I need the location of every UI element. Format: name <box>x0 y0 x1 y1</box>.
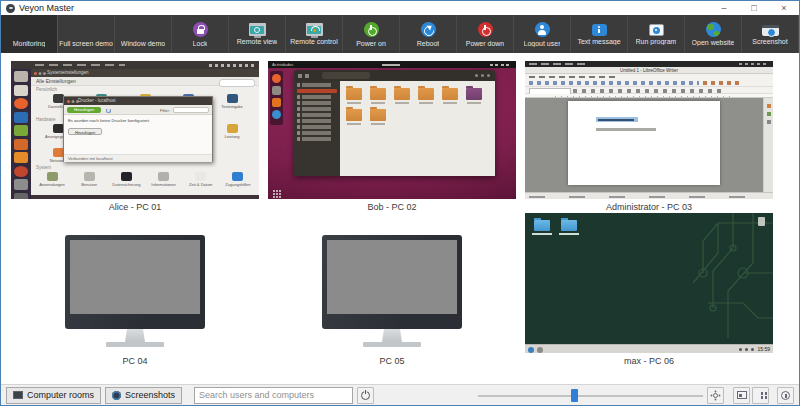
status-bar: Computer rooms Screenshots <box>1 384 799 405</box>
toolbar-button-reboot[interactable]: Reboot <box>400 15 457 53</box>
alice-printer-message: Es wurden noch keine Drucker konfigurier… <box>64 115 212 123</box>
max-screen-preview: 15:59 <box>525 213 773 353</box>
toolbar-button-run-program[interactable]: Run program <box>628 15 685 53</box>
toolbar-button-label: Full screen demo <box>59 40 113 47</box>
screenshots-button[interactable]: Screenshots <box>105 387 182 404</box>
auto-fit-button[interactable] <box>733 387 750 404</box>
settings-icon: Datensicherung <box>109 172 143 187</box>
writer-document-area <box>525 98 763 192</box>
title-bar: Veyon Master – □ × <box>1 1 799 15</box>
reboot-icon <box>421 21 436 38</box>
toolbar-button-full-screen-demo[interactable]: Full screen demo <box>58 15 115 53</box>
settings-icon: Informationen <box>147 172 181 187</box>
writer-text-line <box>596 128 656 131</box>
alice-section-personal: Persönlich <box>36 87 57 92</box>
bob-files-content <box>340 81 495 176</box>
powered-on-filter-button[interactable] <box>357 387 374 404</box>
toolbar: MonitoringFull screen demoWindow demoLoc… <box>1 15 799 53</box>
search-input[interactable] <box>194 387 353 404</box>
toolbar-button-label: Power down <box>466 40 505 47</box>
slider-handle[interactable] <box>571 389 578 402</box>
toolbar-button-text-message[interactable]: Text message <box>571 15 628 53</box>
toolbar-button-remote-view[interactable]: Remote view <box>229 15 286 53</box>
settings-icon: Texteingabe <box>215 94 249 109</box>
alice-section-system: System <box>36 165 51 170</box>
custom-arrangement-button[interactable] <box>752 387 769 404</box>
computer-rooms-label: Computer rooms <box>27 390 94 400</box>
computer-rooms-button[interactable]: Computer rooms <box>6 387 101 404</box>
run-program-icon <box>649 24 664 36</box>
toolbar-button-screenshot[interactable]: Screenshot <box>742 15 799 53</box>
bob-dock <box>270 71 283 125</box>
toolbar-button-label: Text message <box>577 38 620 45</box>
settings-icon: Zeit & Datum <box>184 172 218 187</box>
toolbar-button-label: Reboot <box>417 40 440 47</box>
alice-all-settings: Alle Einstellungen <box>31 77 259 86</box>
remote-view-icon <box>249 23 266 36</box>
settings-icon-row: AnwendungenBenutzerDatensicherungInforma… <box>35 172 255 187</box>
about-button[interactable] <box>777 387 794 404</box>
offline-monitor <box>268 213 516 353</box>
toolbar-button-remote-control[interactable]: Remote control <box>286 15 343 53</box>
monitoring-icon <box>22 21 37 38</box>
toolbar-button-window-demo[interactable]: Window demo <box>115 15 172 53</box>
bob-app-grid-icon <box>273 190 275 192</box>
bob-screen-preview: Actividades <box>268 61 516 199</box>
toolbar-button-label: Logout user <box>524 40 561 47</box>
alice-printer-status: Verbunden mit localhost <box>64 154 212 162</box>
thumbnail-size-slider[interactable] <box>478 387 703 404</box>
close-button[interactable]: × <box>769 1 799 15</box>
adjust-icon-size-button[interactable] <box>707 387 724 404</box>
computer-grid: Systemeinstellungen Alle Einstellungen P… <box>1 53 799 386</box>
computer-thumbnail-max[interactable]: 15:59 max - PC 06 <box>525 213 773 366</box>
toolbar-button-open-website[interactable]: Open website <box>685 15 742 53</box>
monitor-icon <box>322 235 462 347</box>
settings-icon: Leistung <box>215 124 249 139</box>
window-controls: – □ × <box>709 1 799 15</box>
toolbar-button-monitoring[interactable]: Monitoring <box>1 15 58 53</box>
alice-filter-box <box>173 107 209 113</box>
settings-icon: Anwendungen <box>35 172 69 187</box>
veyon-master-window: Veyon Master – □ × MonitoringFull screen… <box>0 0 800 406</box>
bob-topbar: Actividades <box>268 61 516 68</box>
computer-thumbnail-administrator[interactable]: Untitled 1 - LibreOffice Writer Administ… <box>525 61 773 212</box>
computer-label: PC 05 <box>268 356 516 366</box>
settings-icon: Benutzer <box>72 172 106 187</box>
toolbar-button-power-down[interactable]: Power down <box>457 15 514 53</box>
toolbar-button-label: Remote view <box>237 38 277 45</box>
writer-selected-text <box>596 117 638 122</box>
computer-thumbnail-alice[interactable]: Systemeinstellungen Alle Einstellungen P… <box>11 61 259 212</box>
power-down-icon <box>478 21 493 38</box>
computer-thumbnail-pc05[interactable]: PC 05 <box>268 213 516 366</box>
alice-filter-label: Filter: <box>160 108 170 113</box>
window-demo-icon <box>136 21 151 38</box>
alice-printer-dialog-body: Es wurden noch keine Drucker konfigurier… <box>64 115 212 154</box>
computer-label: Alice - PC 01 <box>11 202 259 212</box>
writer-window-title: Untitled 1 - LibreOffice Writer <box>525 67 773 74</box>
bob-files-headerbar <box>294 70 495 81</box>
writer-sidebar <box>763 98 773 192</box>
toolbar-button-label: Open website <box>692 39 735 46</box>
alice-add-printer-button: Hinzufügen <box>67 107 101 113</box>
toolbar-button-logout-user[interactable]: Logout user <box>514 15 571 53</box>
minimize-button[interactable]: – <box>709 1 739 15</box>
alice-printer-dialog: Drucker - localhost Hinzufügen Filter: E… <box>63 96 213 162</box>
administrator-topbar <box>525 61 773 67</box>
max-system-tray: 15:59 <box>739 345 770 353</box>
toolbar-button-power-on[interactable]: Power on <box>343 15 400 53</box>
computer-thumbnail-pc04[interactable]: PC 04 <box>11 213 259 366</box>
alice-menubar <box>11 61 259 69</box>
computer-rooms-icon <box>13 391 23 399</box>
fullscreen-demo-icon <box>79 21 94 38</box>
toolbar-button-label: Remote control <box>290 38 337 45</box>
alice-section-hardware: Hardware <box>36 117 56 122</box>
max-clock: 15:59 <box>757 345 770 353</box>
toolbar-button-label: Monitoring <box>13 40 46 47</box>
computer-thumbnail-bob[interactable]: Actividades Bob - PC 02 <box>268 61 516 212</box>
slider-track <box>478 395 703 397</box>
max-widget-icon <box>758 217 765 226</box>
maximize-button[interactable]: □ <box>739 1 769 15</box>
computer-label: Bob - PC 02 <box>268 202 516 212</box>
settings-icon: Zugangshilfen <box>221 172 255 187</box>
toolbar-button-lock[interactable]: Lock <box>172 15 229 53</box>
